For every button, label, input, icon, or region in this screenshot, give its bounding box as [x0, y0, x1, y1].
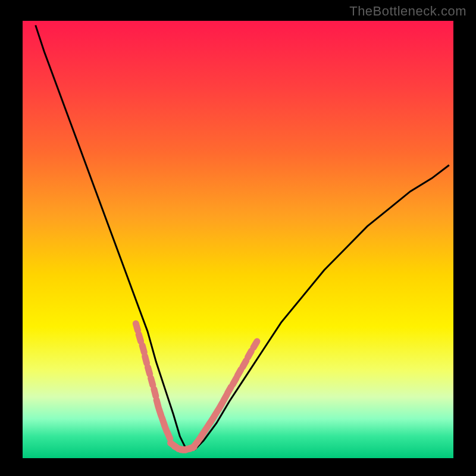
curve-marker — [136, 324, 137, 331]
chart-frame: TheBottleneck.com — [0, 0, 476, 476]
curve-marker — [167, 432, 170, 439]
curve-marker — [237, 369, 241, 376]
curve-marker — [139, 334, 140, 342]
curve-marker — [187, 447, 195, 449]
curve-marker — [243, 361, 246, 367]
curve-marker — [248, 351, 252, 358]
curve-marker — [233, 378, 236, 384]
curve-marker — [142, 346, 144, 353]
plot-area — [23, 21, 453, 458]
watermark-text: TheBottleneck.com — [349, 4, 466, 19]
curve-marker — [253, 342, 257, 347]
curve-marker — [148, 367, 150, 374]
curve-marker — [154, 389, 156, 396]
curve-marker — [151, 378, 153, 386]
chart-svg — [0, 0, 476, 476]
curve-marker — [145, 356, 147, 364]
curve-marker — [228, 387, 231, 393]
